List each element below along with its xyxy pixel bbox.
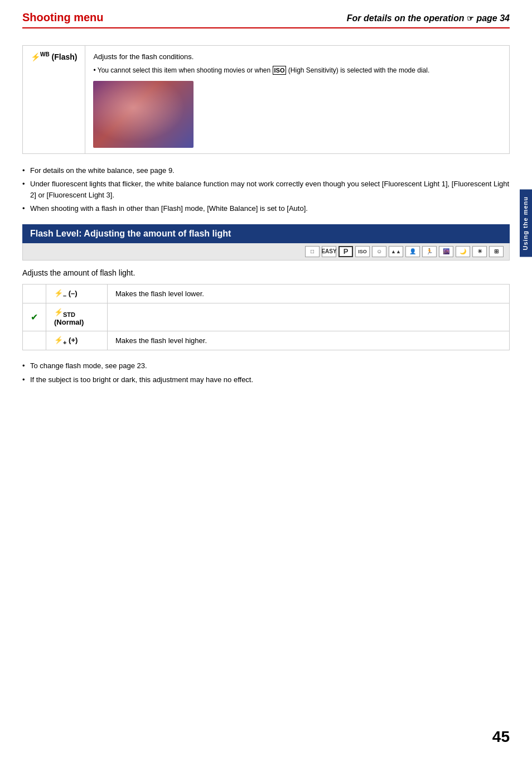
flash-minus-icon: ⚡– (–) [54,289,78,297]
flash-description: Adjusts for the flash conditions. [93,51,501,62]
mode-icon-iso: ISO [355,246,370,257]
section-title: Shooting menu [22,11,104,24]
flash-icon-cell: ⚡WB (Flash) [23,46,85,154]
adjusts-text: Adjusts the amount of flash light. [22,268,510,277]
flash-photo [93,81,194,148]
note-item-1: For details on the white balance, see pa… [22,165,510,176]
check-cell-3 [23,331,46,350]
bottom-note-1: To change flash mode, see page 23. [22,360,510,372]
flash-level-header: Flash Level: Adjusting the amount of fla… [22,224,510,243]
mode-icon-p: P [338,246,353,257]
flash-std-icon: ⚡STD (Normal) [54,308,84,326]
white-balance-notes: For details on the white balance, see pa… [22,165,510,214]
operation-ref: For details on the operation ☞ page 34 [347,13,510,23]
flash-note: • You cannot select this item when shoot… [93,65,501,75]
symbol-cell-1: ⚡– (–) [46,284,108,303]
desc-cell-1: Makes the flash level lower. [108,284,510,303]
table-row: ⚡– (–) Makes the flash level lower. [23,284,510,303]
iso-badge: ISO [273,66,287,75]
flash-plus-icon: ⚡+ (+) [54,336,78,344]
mode-icon-landscape: ▲▲ [389,246,403,257]
bottom-note-2: If the subject is too bright or dark, th… [22,374,510,385]
mode-icon-easy: EASY [322,246,336,257]
table-row: ✔ ⚡STD (Normal) [23,303,510,331]
mode-icon-auto: □ [305,246,320,257]
desc-cell-3: Makes the flash level higher. [108,331,510,350]
flash-wb-icon: ⚡WB (Flash) [31,52,77,61]
mode-icon-night: 🌆 [439,246,453,257]
flash-wb-content: Adjusts for the flash conditions. • You … [85,46,510,154]
side-tab-label: Using the menu [520,190,532,257]
mode-icon-moon: 🌙 [456,246,470,257]
bottom-notes: To change flash mode, see page 23. If th… [22,360,510,385]
table-row: ⚡+ (+) Makes the flash level higher. [23,331,510,350]
mode-icon-bright: ☀ [472,246,487,257]
page-header: Shooting menu For details on the operati… [22,11,510,28]
mode-icon-face: ☺ [372,246,386,257]
symbol-cell-3: ⚡+ (+) [46,331,108,350]
note-item-3: When shooting with a flash in other than… [22,203,510,214]
mode-icon-grid: ⊞ [489,246,504,257]
desc-cell-2 [108,303,510,331]
check-cell-2: ✔ [23,303,46,331]
flash-wb-table: ⚡WB (Flash) Adjusts for the flash condit… [22,45,510,154]
flash-level-table: ⚡– (–) Makes the flash level lower. ✔ ⚡S… [22,284,510,351]
ref-icon: ☞ [467,14,474,23]
mode-icons-bar: □ EASY P ISO ☺ ▲▲ 👤 🏃 🌆 🌙 ☀ ⊞ [22,243,510,261]
flash-photo-inner [93,81,194,148]
check-cell-1 [23,284,46,303]
mode-icon-portrait: 👤 [405,246,420,257]
symbol-cell-2: ⚡STD (Normal) [46,303,108,331]
page-number: 45 [492,728,510,746]
mode-icon-sports: 🏃 [422,246,437,257]
note-item-2: Under fluorescent lights that flicker, t… [22,179,510,200]
checkmark-icon: ✔ [31,312,38,322]
